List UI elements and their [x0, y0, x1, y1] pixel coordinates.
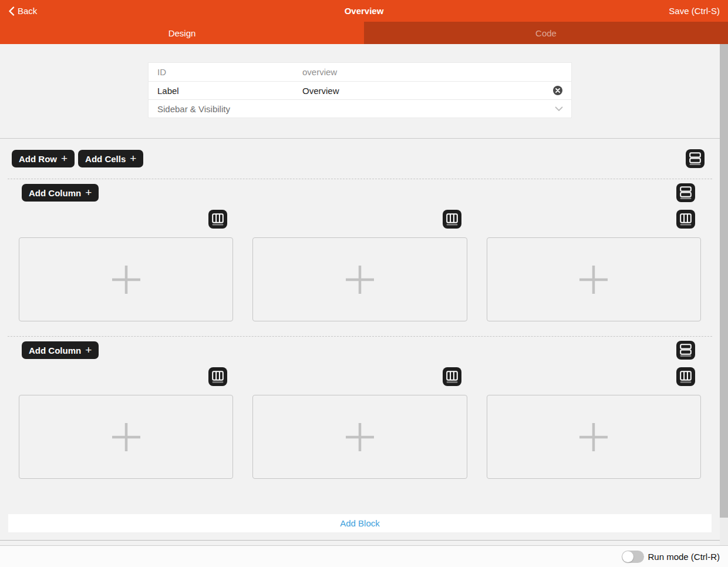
layout-builder: Add Row + Add Cells + [0, 138, 728, 541]
page-title: Overview [0, 6, 728, 16]
empty-cell[interactable] [252, 395, 467, 479]
plus-icon [577, 263, 611, 297]
builder-row-2: Add Column + [0, 336, 720, 494]
builder-row-1: Add Column + [0, 179, 720, 336]
builder-toolbar: Add Row + Add Cells + [0, 139, 720, 179]
vertical-scrollbar[interactable] [720, 44, 728, 545]
empty-cell[interactable] [487, 237, 701, 321]
columns-icon [212, 213, 224, 226]
empty-cell[interactable] [487, 395, 701, 479]
label-value: Overview [302, 86, 339, 96]
plus-icon: + [85, 344, 92, 355]
empty-cell[interactable] [19, 237, 233, 321]
columns-icon [212, 371, 224, 383]
chevron-left-icon [8, 6, 15, 16]
chevron-down-icon [555, 106, 563, 112]
plus-icon [343, 263, 377, 297]
add-column-button[interactable]: Add Column + [22, 184, 99, 202]
column-settings-button[interactable] [443, 210, 461, 229]
rows-icon [680, 186, 692, 199]
run-mode-toggle[interactable] [622, 551, 644, 563]
columns-icon [446, 371, 458, 383]
save-button[interactable]: Save (Ctrl-S) [669, 6, 720, 16]
add-column-label: Add Column [29, 345, 81, 355]
circle-x-icon [552, 85, 563, 96]
view-settings-area: ID overview Label Overview Sidebar & Vis… [0, 44, 720, 118]
row-settings-button[interactable] [676, 341, 695, 360]
mode-tabs: Design Code [0, 22, 728, 44]
tab-code[interactable]: Code [364, 22, 728, 44]
clear-label-button[interactable] [552, 85, 563, 96]
add-row-button[interactable]: Add Row + [12, 150, 75, 167]
form-row-id[interactable]: ID overview [149, 63, 571, 81]
row-settings-button[interactable] [676, 183, 695, 202]
id-value: overview [302, 67, 337, 77]
app-window: Back Overview Save (Ctrl-S) Design Code … [0, 0, 728, 566]
plus-icon [109, 420, 143, 454]
add-block-label: Add Block [340, 518, 380, 528]
back-label: Back [18, 6, 37, 16]
empty-cell[interactable] [252, 237, 467, 321]
expand-section-button[interactable] [555, 106, 563, 112]
columns-icon [680, 213, 692, 226]
add-block-button[interactable]: Add Block [8, 514, 712, 532]
form-row-label[interactable]: Label Overview [149, 81, 571, 99]
column-settings-button[interactable] [676, 210, 695, 229]
header-bar: Back Overview Save (Ctrl-S) [0, 0, 728, 22]
column-settings-button[interactable] [208, 367, 227, 386]
rows-layout-button[interactable] [686, 149, 705, 168]
columns-icon [446, 213, 458, 226]
toggle-knob [622, 551, 633, 562]
plus-icon: + [85, 187, 92, 198]
tab-design[interactable]: Design [0, 22, 364, 44]
form-row-sidebar-visibility[interactable]: Sidebar & Visibility [149, 99, 571, 118]
plus-icon: + [130, 153, 136, 164]
add-column-button[interactable]: Add Column + [22, 341, 99, 359]
column-settings-button[interactable] [676, 367, 695, 386]
add-cells-button[interactable]: Add Cells + [78, 150, 143, 167]
plus-icon [577, 420, 611, 454]
sidebar-visibility-label: Sidebar & Visibility [157, 104, 302, 114]
columns-icon [680, 371, 692, 383]
plus-icon [109, 263, 143, 297]
plus-icon: + [61, 153, 68, 164]
add-column-label: Add Column [29, 188, 81, 198]
add-cells-label: Add Cells [85, 154, 126, 164]
footer-bar: Run mode (Ctrl-R) [0, 545, 728, 567]
column-settings-button[interactable] [443, 367, 461, 386]
scrollbar-thumb[interactable] [720, 44, 728, 518]
empty-cell[interactable] [19, 395, 233, 479]
rows-icon [689, 152, 701, 165]
run-mode-label: Run mode (Ctrl-R) [648, 552, 720, 562]
plus-icon [343, 420, 377, 454]
rows-icon [680, 344, 692, 357]
column-settings-button[interactable] [208, 210, 227, 229]
back-button[interactable]: Back [8, 6, 37, 16]
id-label: ID [157, 67, 302, 77]
view-settings-card: ID overview Label Overview Sidebar & Vis… [149, 63, 571, 118]
add-row-label: Add Row [19, 154, 57, 164]
label-label: Label [157, 86, 302, 96]
